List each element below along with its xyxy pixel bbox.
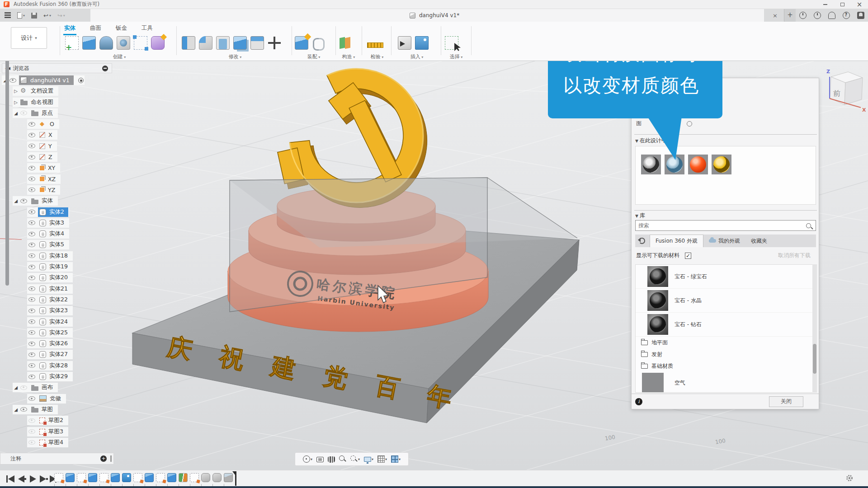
design-workspace-dropdown[interactable]: 设计 [11,27,47,49]
sketch-feature[interactable] [156,473,165,482]
browser-row[interactable]: 党徽 [27,394,66,404]
visibility-eye-icon[interactable] [28,319,35,324]
extrude-feature[interactable] [88,473,97,482]
notifications-icon[interactable] [828,12,835,19]
browser-row[interactable]: XY [27,163,60,173]
job-status-icon[interactable] [799,12,807,19]
browser-row[interactable]: 原点 [13,108,58,118]
ribbon-tab[interactable]: 工具 [141,23,154,35]
visibility-eye-icon[interactable] [20,199,27,203]
browser-row[interactable]: YZ [27,185,60,195]
press-pull-icon[interactable] [182,36,195,50]
expander-icon[interactable] [13,100,19,105]
gray-feature[interactable] [212,473,222,482]
browser-row[interactable]: 实体26 [27,339,73,348]
drag-grip[interactable] [110,455,112,462]
browser-row[interactable]: 实体28 [27,361,73,371]
visibility-eye-icon[interactable] [28,342,35,346]
sketch-feature[interactable] [77,473,86,482]
visibility-eye-icon[interactable] [28,122,35,127]
browser-row[interactable]: X [27,130,57,140]
visibility-eye-icon[interactable] [28,330,35,335]
create-group-label[interactable]: 创建 [63,53,175,60]
save-icon[interactable] [31,13,37,19]
document-tab[interactable]: danghuiV4 v1* [90,9,764,22]
library-section-header[interactable]: 库 [635,212,645,220]
timeline-playback[interactable] [5,474,58,484]
browser-row[interactable]: 实体18 [27,251,73,261]
browser-row[interactable]: 实体 [13,196,58,206]
browser-row[interactable]: 实体29 [27,372,73,381]
发射[interactable]: 发射 [636,348,816,360]
browser-row[interactable]: 实体25 [27,328,73,338]
zoom-icon[interactable] [339,455,346,463]
visibility-eye-icon[interactable] [20,111,27,115]
browser-scrollbar[interactable] [5,30,9,286]
visibility-eye-icon[interactable] [28,429,35,434]
visibility-eye-icon[interactable] [28,166,35,170]
apply-to-radio[interactable] [687,121,692,127]
insert-group-label[interactable]: 插入 [396,53,438,60]
visibility-eye-icon[interactable] [28,177,35,181]
visibility-eye-icon[interactable] [28,396,35,401]
expander-icon[interactable] [13,407,19,412]
joint-icon[interactable] [312,36,326,50]
visibility-eye-icon[interactable] [20,385,27,390]
browser-row[interactable]: 实体5 [27,240,69,249]
visibility-eye-icon[interactable] [20,407,27,412]
library-tab[interactable]: 我的外观 [703,235,745,247]
sketch-feature[interactable] [99,473,108,482]
基础材质[interactable]: 基础材质 [636,360,816,372]
extrude-feature[interactable] [145,473,154,482]
app-grid-menu-icon[interactable] [5,12,11,19]
display-settings-icon[interactable] [364,456,373,462]
assemble-group-label[interactable]: 装配 [293,53,335,60]
sketch-feature[interactable] [190,473,199,482]
visibility-eye-icon[interactable] [28,210,35,214]
downloadable-checkbox[interactable]: ✓ [685,253,691,259]
construction-plane-icon[interactable] [339,36,352,50]
fillet-icon[interactable] [199,36,212,50]
visibility-eye-icon[interactable] [28,133,35,137]
expander-icon[interactable] [13,89,19,94]
timeline-playhead[interactable] [235,471,236,486]
browser-row[interactable]: 实体21 [27,284,73,294]
expander-icon[interactable] [13,111,19,116]
browser-row[interactable]: 草图3 [27,427,68,436]
close-button[interactable] [851,0,868,9]
viewports-icon[interactable] [391,455,401,463]
browser-row[interactable]: 实体4 [27,229,69,239]
library-tab[interactable]: Fusion 360 外观 [650,235,703,247]
create-sketch-icon[interactable] [65,36,79,50]
visibility-eye-icon[interactable] [28,243,35,247]
browser-row[interactable]: Z [27,152,57,162]
gold-appearance[interactable] [712,155,731,174]
pattern-icon[interactable] [134,36,147,50]
visibility-eye-icon[interactable] [28,188,35,192]
comments-bar[interactable]: 注释 + [0,453,114,465]
expander-icon[interactable] [13,385,19,390]
browser-row[interactable]: 实体19 [27,262,73,272]
visibility-eye-icon[interactable] [28,418,35,423]
library-tab[interactable]: 收藏夹 [745,235,773,247]
file-menu-icon[interactable] [17,12,22,19]
visibility-eye-icon[interactable] [9,78,16,83]
refresh-icon[interactable] [639,238,645,244]
ribbon-tab[interactable]: 钣金 [115,23,128,35]
visibility-eye-icon[interactable] [28,221,35,225]
extrude-feature[interactable] [111,473,120,482]
宝石 - 水晶[interactable]: 宝石 - 水晶 [636,289,816,313]
activate-radio-icon[interactable] [78,78,84,83]
browser-row[interactable]: 画布 [13,383,58,392]
orbit-icon[interactable] [303,455,312,463]
visibility-eye-icon[interactable] [28,144,35,148]
browser-row[interactable]: O [27,119,59,129]
ribbon-tab[interactable]: 实体 [63,23,76,35]
visibility-eye-icon[interactable] [28,309,35,313]
browser-row[interactable]: 实体24 [27,317,73,327]
extrude-feature[interactable] [66,473,75,482]
expander-icon[interactable] [13,198,19,203]
pan-icon[interactable] [328,456,335,463]
browser-row[interactable]: 实体27 [27,350,73,359]
extrude-feature[interactable] [167,473,176,482]
